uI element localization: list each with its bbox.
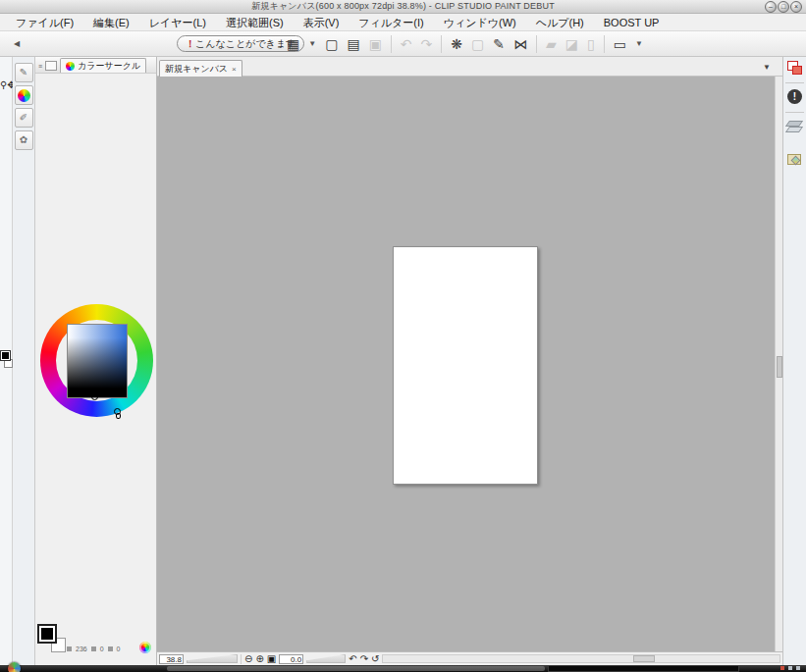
crop-mark-icon[interactable]: ▰ (546, 34, 557, 54)
information-icon[interactable]: ! (785, 86, 804, 106)
collapse-panel-icon[interactable]: ◀ (14, 39, 20, 48)
saturation-value-square[interactable] (67, 324, 128, 398)
menu-item-1[interactable]: 編集(E) (83, 14, 139, 30)
tray-icon[interactable] (780, 666, 784, 670)
taskbar-button[interactable] (167, 666, 545, 671)
hint-bang-icon: ！ (186, 38, 195, 49)
rotate-right-icon[interactable]: ↷ (360, 653, 368, 665)
menu-item-6[interactable]: ウィンドウ(W) (434, 14, 526, 30)
layer-sheet-icon (785, 127, 803, 132)
brightness-value: 0 (117, 646, 121, 652)
saturation-chip-icon (91, 646, 96, 651)
minimize-button[interactable]: – (765, 1, 777, 13)
layers-icon[interactable] (785, 118, 804, 137)
vertical-scrollbar[interactable] (775, 77, 782, 651)
workspace-dropdown-icon[interactable]: ▼ (308, 34, 316, 54)
tray-icon[interactable] (796, 666, 800, 670)
materials-icon[interactable] (785, 151, 804, 171)
tool-color-swatches[interactable] (1, 351, 13, 369)
color-wheel-dock-icon[interactable] (15, 85, 33, 105)
document-tab-bar: 新規キャンバス × ▼ (157, 57, 782, 77)
trim-icon[interactable]: ◪ (565, 34, 578, 54)
panel-foreground-color-swatch[interactable] (39, 626, 55, 642)
panel-dock-icon[interactable] (45, 61, 57, 71)
menu-item-7[interactable]: ヘルプ(H) (526, 14, 594, 30)
tray-icon[interactable] (788, 666, 792, 670)
color-panel-header: ≡ カラーサークル (35, 57, 156, 74)
workspace-grid-icon[interactable]: ▦ (287, 34, 299, 54)
auto-action-icon[interactable]: ✐ (15, 108, 33, 128)
command-toolbar: ◀ ！こんなことができます ▦▼▢▤▣↶↷❋▢✎⋈▰◪▯▭▼ (0, 31, 806, 57)
rotate-value-field[interactable]: 0.0 (279, 654, 303, 664)
dock-separator (785, 112, 804, 113)
close-button[interactable]: × (790, 1, 802, 13)
menu-item-0[interactable]: ファイル(F) (6, 14, 83, 30)
title-bar[interactable]: 新規キャンバス(600 x 800px 72dpi 38.8%) - CLIP … (0, 0, 806, 14)
start-orb-icon[interactable] (8, 662, 21, 672)
navigator-fill-icon (792, 66, 802, 75)
background-color-swatch[interactable] (4, 359, 13, 368)
toolbar-separator (391, 35, 392, 53)
zoom-out-icon[interactable]: ⊖ (244, 653, 252, 665)
menu-bar: ファイル(F)編集(E)レイヤー(L)選択範囲(S)表示(V)フィルター(I)ウ… (0, 14, 806, 31)
correction-pen-icon[interactable]: ✎ (493, 34, 505, 54)
window-title: 新規キャンバス(600 x 800px 72dpi 38.8%) - CLIP … (251, 0, 555, 13)
horizontal-scrollbar[interactable] (382, 654, 780, 663)
hint-button[interactable]: ！こんなことができます (177, 35, 304, 52)
navigator-icon[interactable] (785, 59, 804, 78)
clear-icon[interactable]: ❋ (451, 34, 462, 54)
save-file-icon[interactable]: ▣ (369, 34, 382, 54)
panel-menu-icon[interactable]: ≡ (38, 63, 42, 70)
tab-close-icon[interactable]: × (232, 65, 237, 74)
screen-dropdown-icon[interactable]: ▼ (635, 34, 643, 54)
maximize-button[interactable]: □ (778, 1, 789, 13)
canvas-viewport[interactable] (157, 77, 775, 651)
system-tray[interactable] (780, 666, 800, 670)
open-file-icon[interactable]: ▤ (347, 34, 359, 54)
hue-marker-cursor[interactable] (114, 408, 123, 420)
windows-taskbar[interactable] (0, 665, 806, 672)
menu-item-2[interactable]: レイヤー(L) (139, 14, 216, 30)
zoom-slider[interactable] (187, 654, 238, 663)
foreground-color-swatch[interactable] (1, 351, 10, 360)
redo-icon[interactable]: ↷ (421, 34, 433, 54)
rotate-slider[interactable] (306, 654, 346, 663)
reset-view-icon[interactable]: ↺ (371, 653, 379, 665)
fit-to-screen-icon[interactable]: ▣ (267, 653, 276, 665)
clip-studio-window: 新規キャンバス(600 x 800px 72dpi 38.8%) - CLIP … (0, 0, 806, 672)
dock-separator (785, 82, 804, 83)
zoom-value-field[interactable]: 38.8 (159, 654, 184, 664)
window-controls: –□× (765, 1, 802, 13)
tab-list-dropdown-icon[interactable]: ▼ (763, 63, 771, 72)
rotate-left-icon[interactable]: ↶ (349, 653, 356, 665)
left-dock: ✎ ✐ ✿ (13, 57, 35, 665)
toolbar-separator (536, 35, 537, 53)
transform-icon[interactable]: ⋈ (513, 34, 527, 54)
document-status-bar: 38.8 ⊖ ⊕ ▣ 0.0 ↶ ↷ ↺ (157, 651, 782, 665)
zoom-in-icon[interactable]: ⊕ (255, 653, 263, 665)
screen-settings-icon[interactable]: ▭ (614, 34, 626, 54)
color-wheel-icon (18, 89, 30, 102)
new-file-icon[interactable]: ▢ (325, 34, 338, 54)
document-tab[interactable]: 新規キャンバス × (159, 60, 242, 77)
menu-item-4[interactable]: 表示(V) (294, 14, 349, 30)
menu-item-3[interactable]: 選択範囲(S) (216, 14, 294, 30)
color-circle-tab-label: カラーサークル (78, 60, 140, 73)
frame-icon[interactable]: ▯ (587, 34, 595, 54)
menu-item-8[interactable]: BOOST UP (594, 14, 670, 30)
panel-color-wheel-icon[interactable] (139, 642, 151, 653)
menu-item-5[interactable]: フィルター(I) (349, 14, 433, 30)
sv-marker[interactable] (91, 393, 98, 400)
undo-icon[interactable]: ↶ (401, 34, 412, 54)
toolbar-separator (441, 35, 442, 53)
status-separator (241, 654, 242, 664)
hint-label: こんなことができます (195, 38, 296, 49)
color-circle-tab[interactable]: カラーサークル (60, 58, 146, 73)
canvas-page[interactable] (393, 246, 538, 485)
taskbar-button-active[interactable] (548, 665, 739, 672)
sub-view-icon[interactable]: ✿ (15, 130, 33, 150)
horizontal-scrollbar-thumb[interactable] (633, 655, 655, 662)
quick-access-icon[interactable]: ✎ (15, 63, 33, 82)
deselect-icon[interactable]: ▢ (471, 34, 484, 54)
saturation-value: 0 (100, 646, 104, 652)
